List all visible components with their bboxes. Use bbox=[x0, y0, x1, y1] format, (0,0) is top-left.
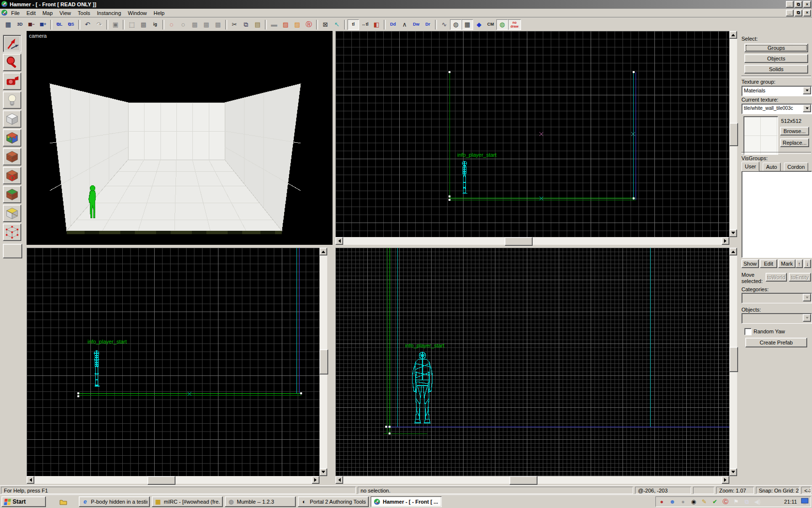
viewport-2d-front-hscroll[interactable] bbox=[335, 237, 729, 245]
viewport-2d-top[interactable]: info_player_start bbox=[335, 248, 729, 476]
scroll-left-button[interactable] bbox=[335, 237, 343, 245]
network-tray-icon[interactable]: ⧉ bbox=[743, 498, 751, 506]
ungroup-button[interactable]: ▩ bbox=[138, 19, 149, 30]
texture-application-new-button[interactable]: ▨ bbox=[291, 19, 303, 30]
toggle-3d-grid-button[interactable]: 3D bbox=[14, 19, 26, 30]
displacement-mask-walkable-button[interactable]: Dw bbox=[410, 19, 422, 30]
create-prefab-button[interactable]: Create Prefab bbox=[745, 338, 807, 347]
instance-helper-button[interactable]: ◆ bbox=[473, 19, 485, 30]
scroll-down-button[interactable] bbox=[729, 468, 737, 476]
scroll-up-button[interactable] bbox=[729, 31, 737, 39]
chevron-down-icon[interactable] bbox=[803, 87, 811, 94]
to-world-button[interactable]: toWorld bbox=[766, 273, 787, 282]
viewport-2d-top-hscroll[interactable] bbox=[335, 476, 729, 484]
displacement-sculpt-button[interactable]: ∿ bbox=[438, 19, 450, 30]
comodo-tray-icon[interactable]: Ⓒ bbox=[722, 498, 729, 506]
scroll-thumb[interactable] bbox=[729, 347, 738, 372]
flip-faces-button[interactable]: ◧ bbox=[371, 19, 382, 30]
selection-box-button[interactable]: ⊠ bbox=[319, 19, 331, 30]
menu-view[interactable]: View bbox=[56, 9, 74, 17]
scroll-up-button[interactable] bbox=[319, 248, 327, 255]
task-mirc-button[interactable]: ▦mIRC - [#wowhead (fre... bbox=[152, 496, 223, 507]
chevron-down-icon[interactable] bbox=[803, 294, 811, 301]
scroll-thumb[interactable] bbox=[147, 476, 175, 485]
task-hammer-button[interactable]: Hammer - [ - Front [ ... bbox=[371, 496, 442, 507]
pencil-tray-icon[interactable]: ✎ bbox=[700, 498, 708, 506]
child-close-button[interactable]: × bbox=[803, 10, 811, 16]
menu-file[interactable]: File bbox=[8, 9, 23, 17]
group-mode-2-button[interactable]: ▩ bbox=[201, 19, 212, 30]
visgroup-show-button[interactable]: Show bbox=[741, 259, 759, 268]
entity-tool[interactable] bbox=[3, 91, 21, 109]
mumble-tray-icon[interactable]: ● bbox=[679, 498, 687, 506]
displacement-edit-button[interactable]: ∧ bbox=[399, 19, 410, 30]
menu-tools[interactable]: Tools bbox=[74, 9, 94, 17]
messenger-tray-icon[interactable]: ☻ bbox=[668, 498, 676, 506]
xfire-tray-icon[interactable]: ● bbox=[658, 498, 666, 506]
to-entity-button[interactable]: toEntity bbox=[789, 273, 811, 282]
paste-button[interactable]: ▤ bbox=[252, 19, 263, 30]
current-texture-combo[interactable]: tile/white_wall_tile003c bbox=[741, 104, 812, 114]
viewport-2d-front-vscroll[interactable] bbox=[729, 31, 737, 237]
redo-button[interactable]: ↷ bbox=[93, 19, 105, 30]
select-objects-button[interactable]: Objects bbox=[744, 54, 808, 63]
viewport-3d-camera[interactable]: camera bbox=[27, 31, 333, 245]
task-portal2-button[interactable]: ◐Portal 2 Authoring Tools bbox=[298, 496, 369, 507]
viewport-2d-top-vscroll[interactable] bbox=[729, 248, 737, 476]
texture-lock-button[interactable]: tl bbox=[348, 19, 359, 30]
scroll-down-button[interactable] bbox=[729, 229, 737, 237]
scroll-left-button[interactable] bbox=[27, 476, 34, 484]
group-mode-3-button[interactable]: ▩ bbox=[212, 19, 224, 30]
displacement-mask-solid-button[interactable]: Dd bbox=[387, 19, 399, 30]
scroll-right-button[interactable] bbox=[722, 237, 729, 245]
model-render-preview-button[interactable]: ◍ bbox=[450, 19, 462, 30]
run-map-button[interactable]: Ⓡ bbox=[303, 19, 315, 30]
carve-button[interactable]: ▣ bbox=[110, 19, 121, 30]
load-window-state-button[interactable]: ⧉L bbox=[54, 19, 65, 30]
update-tray-icon[interactable]: ✔ bbox=[711, 498, 719, 506]
displacement-mask-remove-button[interactable]: Dr bbox=[422, 19, 434, 30]
chevron-down-icon[interactable] bbox=[803, 105, 811, 112]
close-button[interactable]: × bbox=[803, 1, 811, 8]
toggle-group-select-button[interactable]: ◌ bbox=[166, 19, 177, 30]
menu-help[interactable]: Help bbox=[150, 9, 168, 17]
move-down-icon[interactable]: ↓ bbox=[804, 259, 811, 268]
chevron-down-icon[interactable] bbox=[803, 314, 811, 322]
scroll-down-button[interactable] bbox=[319, 468, 327, 476]
minimize-button[interactable]: _ bbox=[786, 1, 794, 8]
steam-tray-icon[interactable]: ◉ bbox=[690, 498, 697, 506]
toggle-grid-button[interactable]: ▦ bbox=[2, 19, 14, 30]
no-draw-button[interactable]: no draw bbox=[508, 19, 521, 30]
ignore-groups-button[interactable]: ig bbox=[149, 19, 161, 30]
flag-tray-icon[interactable]: ⚑ bbox=[732, 498, 740, 506]
larger-grid-button[interactable]: ▦+ bbox=[37, 19, 49, 30]
child-restore-button[interactable]: ⧉ bbox=[795, 10, 802, 16]
detail-objects-button[interactable]: ▦ bbox=[462, 19, 473, 30]
smaller-grid-button[interactable]: ▦− bbox=[26, 19, 37, 30]
visgroup-mark-button[interactable]: Mark bbox=[778, 259, 796, 268]
group-mode-1-button[interactable]: ▩ bbox=[189, 19, 201, 30]
helpers-preview-button[interactable]: ◍ bbox=[496, 19, 508, 30]
apply-current-texture-tool[interactable] bbox=[3, 148, 21, 165]
select-solids-button[interactable]: Solids bbox=[744, 65, 808, 74]
visgroup-edit-button[interactable]: Edit bbox=[760, 259, 777, 268]
magnify-tool[interactable] bbox=[3, 54, 21, 71]
undo-button[interactable]: ↶ bbox=[82, 19, 93, 30]
visgroups-list[interactable] bbox=[741, 171, 812, 258]
vertex-tool[interactable] bbox=[3, 224, 21, 241]
scroll-left-button[interactable] bbox=[335, 476, 343, 484]
random-yaw-checkbox[interactable] bbox=[744, 328, 752, 335]
cut-button[interactable]: ✂ bbox=[229, 19, 240, 30]
menu-window[interactable]: Window bbox=[125, 9, 150, 17]
scroll-right-button[interactable] bbox=[312, 476, 319, 484]
scroll-up-button[interactable] bbox=[729, 248, 737, 255]
copy-button[interactable]: ⧉ bbox=[240, 19, 252, 30]
viewport-2d-front[interactable]: info_player_start bbox=[335, 31, 729, 237]
replace-button[interactable]: Replace... bbox=[780, 138, 809, 147]
start-button[interactable]: Start bbox=[1, 496, 46, 507]
hollow-button[interactable]: ▬ bbox=[268, 19, 280, 30]
block-tool[interactable] bbox=[3, 110, 21, 128]
visgroup-tab-auto[interactable]: Auto bbox=[763, 163, 781, 171]
texture-group-combo[interactable]: Materials bbox=[741, 86, 812, 96]
move-up-icon[interactable]: ↑ bbox=[796, 259, 803, 268]
